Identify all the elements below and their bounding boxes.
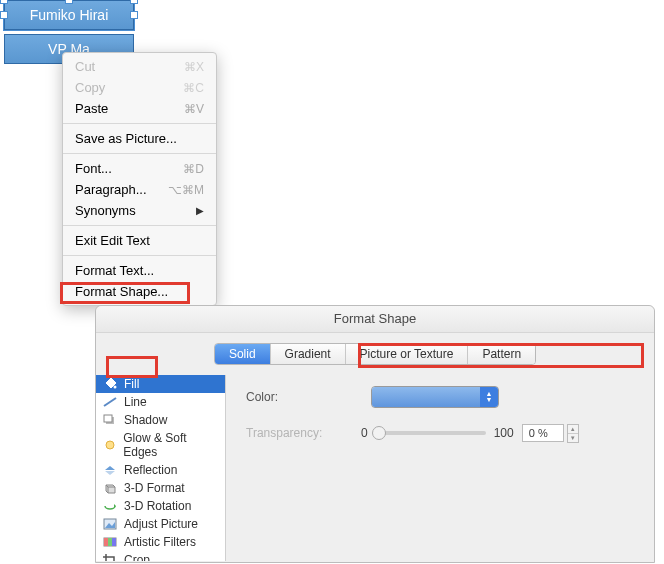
- sidebar-item-shadow[interactable]: Shadow: [96, 411, 225, 429]
- ctx-label: Save as Picture...: [75, 131, 177, 146]
- sidebar-item-adjust-picture[interactable]: Adjust Picture: [96, 515, 225, 533]
- dialog-title: Format Shape: [96, 306, 654, 333]
- ctx-label: Format Shape...: [75, 284, 168, 299]
- glow-icon: [102, 438, 117, 452]
- rotation-icon: [102, 499, 118, 513]
- ctx-separator: [63, 153, 216, 154]
- ctx-label: Exit Edit Text: [75, 233, 150, 248]
- ctx-label: Cut: [75, 59, 95, 74]
- sidebar-item-label: 3-D Format: [124, 481, 185, 495]
- sidebar-item-label: Artistic Filters: [124, 535, 196, 549]
- ctx-label: Format Text...: [75, 263, 154, 278]
- ctx-separator: [63, 225, 216, 226]
- svg-point-4: [106, 441, 114, 449]
- reflection-icon: [102, 463, 118, 477]
- ctx-format-text[interactable]: Format Text...: [63, 260, 216, 281]
- color-swatch: [372, 387, 480, 407]
- format-shape-dialog: Format Shape Solid Gradient Picture or T…: [95, 305, 655, 563]
- sidebar-item-glow[interactable]: Glow & Soft Edges: [96, 429, 225, 461]
- sidebar-item-label: Line: [124, 395, 147, 409]
- svg-rect-11: [104, 538, 108, 546]
- sidebar-item-reflection[interactable]: Reflection: [96, 461, 225, 479]
- color-picker[interactable]: ▲▼: [371, 386, 499, 408]
- transparency-label: Transparency:: [246, 426, 361, 440]
- resize-handle-icon[interactable]: [65, 0, 73, 4]
- ctx-shortcut: ⌘C: [183, 81, 204, 95]
- transparency-slider[interactable]: [376, 431, 486, 435]
- sidebar-item-3d-rotation[interactable]: 3-D Rotation: [96, 497, 225, 515]
- ctx-synonyms[interactable]: Synonyms ▶: [63, 200, 216, 221]
- ctx-label: Font...: [75, 161, 112, 176]
- resize-handle-icon[interactable]: [130, 0, 138, 4]
- ctx-separator: [63, 255, 216, 256]
- tab-solid[interactable]: Solid: [215, 344, 271, 364]
- shadow-icon: [102, 413, 118, 427]
- sidebar-item-label: 3-D Rotation: [124, 499, 191, 513]
- transparency-value[interactable]: 0 %: [522, 424, 564, 442]
- ctx-save-picture[interactable]: Save as Picture...: [63, 128, 216, 149]
- ctx-exit-edit[interactable]: Exit Edit Text: [63, 230, 216, 251]
- sidebar-item-3d-format[interactable]: 3-D Format: [96, 479, 225, 497]
- ctx-font[interactable]: Font... ⌘D: [63, 158, 216, 179]
- transparency-row: Transparency: 0 100 0 % ▲▼: [246, 421, 634, 445]
- slider-min: 0: [361, 426, 368, 440]
- cube-icon: [102, 481, 118, 495]
- svg-rect-13: [112, 538, 116, 546]
- sidebar-item-label: Reflection: [124, 463, 177, 477]
- resize-handle-icon[interactable]: [0, 11, 8, 19]
- shape-primary[interactable]: Fumiko Hirai: [4, 0, 134, 30]
- sidebar-item-label: Shadow: [124, 413, 167, 427]
- svg-rect-12: [108, 538, 112, 546]
- color-label: Color:: [246, 390, 361, 404]
- ctx-separator: [63, 123, 216, 124]
- slider-max: 100: [494, 426, 514, 440]
- ctx-paste[interactable]: Paste ⌘V: [63, 98, 216, 119]
- submenu-arrow-icon: ▶: [196, 205, 204, 216]
- ctx-label: Paste: [75, 101, 108, 116]
- color-row: Color: ▲▼: [246, 385, 634, 409]
- resize-handle-icon[interactable]: [130, 11, 138, 19]
- picture-icon: [102, 517, 118, 531]
- ctx-shortcut: ⌘V: [184, 102, 204, 116]
- paint-bucket-icon: [102, 377, 118, 391]
- category-sidebar: Fill Line Shadow Glow & Soft Edges: [96, 375, 226, 561]
- fill-type-tabs: Solid Gradient Picture or Texture Patter…: [96, 333, 654, 375]
- ctx-shortcut: ⌥⌘M: [168, 183, 204, 197]
- tab-picture-texture[interactable]: Picture or Texture: [346, 344, 469, 364]
- svg-point-0: [114, 386, 117, 389]
- line-icon: [102, 395, 118, 409]
- sidebar-item-label: Fill: [124, 377, 139, 391]
- svg-marker-5: [105, 466, 115, 470]
- fill-pane: Color: ▲▼ Transparency: 0 100 0 % ▲▼: [226, 375, 654, 561]
- ctx-paragraph[interactable]: Paragraph... ⌥⌘M: [63, 179, 216, 200]
- sidebar-item-label: Crop: [124, 553, 150, 561]
- ctx-format-shape[interactable]: Format Shape...: [63, 281, 216, 302]
- context-menu: Cut ⌘X Copy ⌘C Paste ⌘V Save as Picture.…: [62, 52, 217, 306]
- svg-marker-6: [105, 471, 115, 475]
- ctx-label: Paragraph...: [75, 182, 147, 197]
- svg-rect-3: [104, 415, 112, 422]
- tab-gradient[interactable]: Gradient: [271, 344, 346, 364]
- sidebar-item-label: Adjust Picture: [124, 517, 198, 531]
- ctx-cut: Cut ⌘X: [63, 56, 216, 77]
- sidebar-item-label: Glow & Soft Edges: [123, 431, 219, 459]
- svg-line-1: [104, 398, 116, 406]
- filters-icon: [102, 535, 118, 549]
- tab-pattern[interactable]: Pattern: [468, 344, 535, 364]
- transparency-stepper[interactable]: ▲▼: [567, 424, 579, 443]
- ctx-shortcut: ⌘D: [183, 162, 204, 176]
- sidebar-item-crop[interactable]: Crop: [96, 551, 225, 561]
- resize-handle-icon[interactable]: [0, 0, 8, 4]
- shape-text: Fumiko Hirai: [30, 7, 109, 23]
- ctx-shortcut: ⌘X: [184, 60, 204, 74]
- ctx-label: Synonyms: [75, 203, 136, 218]
- sidebar-item-artistic[interactable]: Artistic Filters: [96, 533, 225, 551]
- ctx-copy: Copy ⌘C: [63, 77, 216, 98]
- crop-icon: [102, 553, 118, 561]
- stepper-arrows-icon[interactable]: ▲▼: [480, 387, 498, 407]
- ctx-label: Copy: [75, 80, 105, 95]
- sidebar-item-line[interactable]: Line: [96, 393, 225, 411]
- sidebar-item-fill[interactable]: Fill: [96, 375, 225, 393]
